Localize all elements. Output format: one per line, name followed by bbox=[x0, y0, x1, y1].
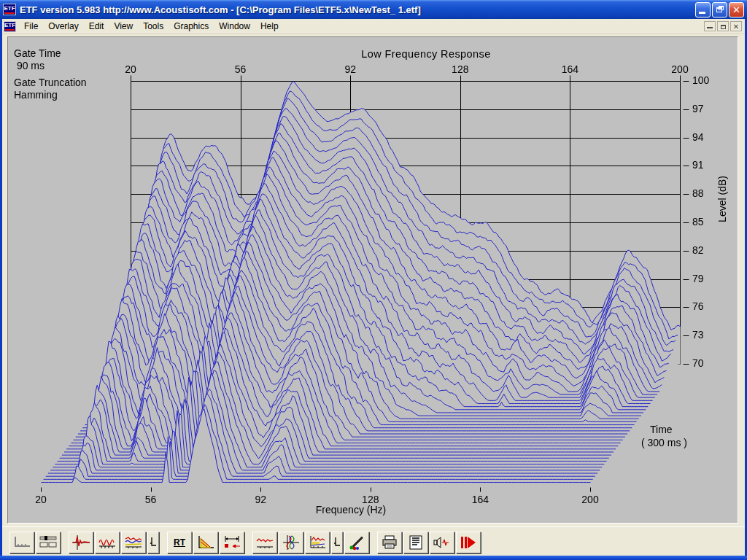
mdi-minimize-icon bbox=[707, 27, 713, 28]
mdi-document-icon[interactable]: ETF bbox=[4, 21, 16, 32]
restore-button[interactable] bbox=[712, 2, 727, 18]
decay-triangle-icon bbox=[196, 534, 215, 551]
axis-corner-icon bbox=[149, 535, 158, 550]
right-axis-tick-label: 97 bbox=[692, 103, 704, 114]
energy-time-curve-button[interactable] bbox=[193, 532, 218, 553]
minimize-icon bbox=[699, 12, 705, 14]
play-red-icon bbox=[459, 534, 478, 551]
right-axis-tick-label: 79 bbox=[692, 273, 704, 284]
menu-view[interactable]: View bbox=[109, 19, 138, 34]
slider-panels-icon bbox=[39, 535, 58, 550]
sine-wave-icon bbox=[98, 535, 117, 550]
title-bar: ETF ETF version 5.983 http://www.Acousti… bbox=[0, 0, 747, 19]
menu-tools[interactable]: Tools bbox=[138, 19, 169, 34]
right-axis-tick-label: 73 bbox=[692, 329, 704, 341]
display-setup-button[interactable] bbox=[36, 532, 61, 553]
measure-button[interactable] bbox=[430, 532, 454, 553]
frequency-axis-label: Frequency (Hz) bbox=[293, 504, 409, 516]
right-axis-tick-label: 85 bbox=[692, 216, 704, 228]
spectrum-response-button[interactable] bbox=[252, 532, 277, 553]
impulse-spike-icon bbox=[71, 534, 90, 551]
waterfall-canvas bbox=[8, 37, 738, 524]
level-axis-label: Level (dB) bbox=[716, 148, 728, 250]
top-axis-tick-label: 20 bbox=[125, 63, 136, 75]
time-axis-label: Time bbox=[650, 424, 673, 435]
menu-overlay[interactable]: Overlay bbox=[43, 19, 83, 34]
menu-file[interactable]: File bbox=[19, 19, 43, 34]
gate-settings-button[interactable] bbox=[220, 532, 244, 553]
top-axis-tick-label: 200 bbox=[671, 63, 688, 75]
menu-edit[interactable]: Edit bbox=[84, 19, 109, 34]
right-axis-tick-label: 94 bbox=[692, 131, 704, 143]
menu-window[interactable]: Window bbox=[214, 19, 255, 34]
speaker-wave-icon bbox=[433, 534, 452, 551]
reverb-time-button[interactable]: RT bbox=[167, 532, 192, 553]
document-icon bbox=[406, 534, 425, 551]
close-icon: ✕ bbox=[729, 4, 743, 16]
waterfall-axes-icon bbox=[12, 535, 31, 550]
printer-icon bbox=[380, 534, 399, 551]
phase-response-button[interactable] bbox=[279, 532, 303, 553]
right-axis-tick-label: 91 bbox=[692, 159, 704, 171]
menu-help[interactable]: Help bbox=[255, 19, 284, 34]
annotate-button[interactable] bbox=[344, 532, 369, 553]
run-measurement-button[interactable] bbox=[456, 532, 481, 553]
chart-title: Low Frequency Response bbox=[331, 48, 521, 61]
top-axis-tick-label: 164 bbox=[562, 63, 578, 75]
print-button[interactable] bbox=[377, 532, 402, 553]
bottom-axis-tick-label: 92 bbox=[255, 494, 266, 505]
window-border-left bbox=[0, 19, 2, 560]
top-axis-tick-label: 128 bbox=[452, 63, 468, 75]
notes-button[interactable] bbox=[403, 532, 428, 553]
right-axis-tick-label: 88 bbox=[692, 187, 704, 199]
gate-truncation-label: Gate TruncationHamming bbox=[14, 77, 87, 101]
overlay-response-button[interactable] bbox=[121, 532, 146, 553]
mdi-restore-icon bbox=[721, 25, 726, 29]
bottom-axis-tick-label: 20 bbox=[35, 494, 47, 505]
frequency-response-button[interactable] bbox=[95, 532, 120, 553]
mdi-restore-button[interactable] bbox=[717, 21, 729, 31]
bottom-axis-tick-label: 164 bbox=[472, 494, 489, 505]
rt-text-icon: RT bbox=[174, 537, 185, 548]
right-axis-tick-label: 100 bbox=[692, 74, 709, 86]
menu-graphics[interactable]: Graphics bbox=[169, 19, 214, 34]
phase-circles-icon bbox=[282, 534, 301, 551]
multi-trace-icon bbox=[308, 534, 327, 551]
top-axis-tick-label: 92 bbox=[344, 63, 356, 75]
client-area: Gate Time 90 ms Gate TruncationHamming L… bbox=[2, 34, 745, 526]
right-axis-tick-label: 76 bbox=[692, 300, 704, 312]
pencil-icon bbox=[347, 534, 366, 551]
right-axis-tick-label: 82 bbox=[692, 244, 704, 256]
time-span-label: ( 300 ms ) bbox=[641, 437, 687, 448]
axis-corner-icon bbox=[333, 535, 341, 550]
close-button[interactable]: ✕ bbox=[729, 2, 744, 18]
waterfall-plot: Gate Time 90 ms Gate TruncationHamming L… bbox=[7, 36, 738, 524]
window-border-bottom bbox=[0, 556, 747, 560]
bottom-axis-tick-label: 56 bbox=[145, 494, 157, 505]
mdi-minimize-button[interactable] bbox=[704, 21, 716, 31]
top-axis-tick-label: 56 bbox=[235, 63, 247, 75]
gate-arrows-icon bbox=[222, 534, 241, 551]
gate-time-label: Gate Time 90 ms bbox=[14, 47, 61, 72]
right-axis-tick-label: 70 bbox=[692, 357, 704, 369]
bottom-axis-tick-label: 128 bbox=[362, 494, 379, 505]
toolbar: RT bbox=[2, 526, 745, 556]
impulse-response-button[interactable] bbox=[69, 532, 93, 553]
multi-curve-icon bbox=[124, 535, 143, 550]
waterfall-display-button[interactable] bbox=[9, 532, 34, 553]
distortion-response-button[interactable] bbox=[305, 532, 330, 553]
window-title: ETF version 5.983 http://www.Acoustisoft… bbox=[20, 4, 695, 15]
mdi-close-icon: ✕ bbox=[731, 22, 741, 31]
minimize-button[interactable] bbox=[695, 2, 711, 18]
red-trace-icon bbox=[255, 535, 274, 550]
app-icon[interactable]: ETF bbox=[3, 4, 16, 15]
menu-bar: ETF File Overlay Edit View Tools Graphic… bbox=[2, 19, 745, 34]
axis-scale-b-button[interactable] bbox=[331, 532, 343, 553]
mdi-close-button[interactable]: ✕ bbox=[730, 21, 742, 31]
bottom-axis-tick-label: 200 bbox=[581, 494, 598, 505]
axis-scale-a-button[interactable] bbox=[147, 532, 159, 553]
